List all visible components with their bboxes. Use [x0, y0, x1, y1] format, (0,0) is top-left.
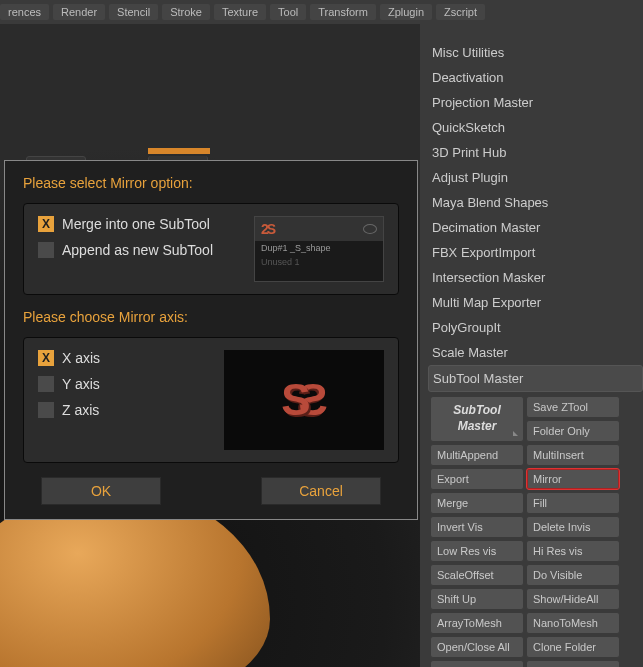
axis-y-label: Y axis [62, 376, 100, 392]
zplugin-item-adjust-plugin[interactable]: Adjust Plugin [428, 165, 643, 190]
checkbox-icon [38, 376, 54, 392]
low-res-vis-button[interactable]: Low Res vis [430, 540, 524, 562]
checkbox-icon [38, 242, 54, 258]
option-merge[interactable]: X Merge into one SubTool [38, 216, 242, 232]
zplugin-item-projection-master[interactable]: Projection Master [428, 90, 643, 115]
zplugin-item-misc-utilities[interactable]: Misc Utilities [428, 40, 643, 65]
invert-vis-button[interactable]: Invert Vis [430, 516, 524, 538]
checkbox-icon: X [38, 350, 54, 366]
ok-button[interactable]: OK [41, 477, 161, 505]
multiinsert-button[interactable]: MultiInsert [526, 444, 620, 466]
checkbox-icon: X [38, 216, 54, 232]
mirror-option-box: X Merge into one SubTool Append as new S… [23, 203, 399, 295]
subtool-master-button[interactable]: SubToolMaster [430, 396, 524, 442]
menu-stroke[interactable]: Stroke [162, 4, 210, 20]
mirror-button[interactable]: Mirror [526, 468, 620, 490]
zplugin-item-3d-print-hub[interactable]: 3D Print Hub [428, 140, 643, 165]
checkbox-icon [38, 402, 54, 418]
folder-only-button[interactable]: Folder Only [526, 420, 620, 442]
option-merge-label: Merge into one SubTool [62, 216, 210, 232]
merge-button[interactable]: Merge [430, 492, 524, 514]
nanotomesh-button[interactable]: NanoToMesh [526, 612, 620, 634]
option-append[interactable]: Append as new SubTool [38, 242, 242, 258]
axis-x[interactable]: X X axis [38, 350, 212, 366]
copy-folder-button[interactable]: Copy Folder [430, 660, 524, 667]
mirror-dialog: Please select Mirror option: X Merge int… [4, 160, 418, 520]
arraytomesh-button[interactable]: ArrayToMesh [430, 612, 524, 634]
zplugin-item-multi-map-exporter[interactable]: Multi Map Exporter [428, 290, 643, 315]
export-button[interactable]: Export [430, 468, 524, 490]
dialog-title-1: Please select Mirror option: [23, 175, 399, 191]
show-hideall-button[interactable]: Show/HideAll [526, 588, 620, 610]
preview-thumb-icon: 2S [261, 221, 274, 237]
top-menu-bar: rencesRenderStencilStrokeTextureToolTran… [0, 0, 643, 25]
axis-y[interactable]: Y axis [38, 376, 212, 392]
zplugin-menu-list: Misc UtilitiesDeactivationProjection Mas… [428, 40, 643, 392]
shift-up-button[interactable]: Shift Up [430, 588, 524, 610]
menu-rences[interactable]: rences [0, 4, 49, 20]
do-visible-button[interactable]: Do Visible [526, 564, 620, 586]
mirror-axis-box: X X axis Y axis Z axis SS [23, 337, 399, 463]
active-tab-indicator [148, 148, 210, 154]
zplugin-item-deactivation[interactable]: Deactivation [428, 65, 643, 90]
zplugin-panel: Misc UtilitiesDeactivationProjection Mas… [420, 24, 643, 667]
zplugin-item-fbx-exportimport[interactable]: FBX ExportImport [428, 240, 643, 265]
menu-transform[interactable]: Transform [310, 4, 376, 20]
menu-zplugin[interactable]: Zplugin [380, 4, 432, 20]
zplugin-item-polygroupit[interactable]: PolyGroupIt [428, 315, 643, 340]
menu-render[interactable]: Render [53, 4, 105, 20]
axis-z-label: Z axis [62, 402, 99, 418]
axis-x-label: X axis [62, 350, 100, 366]
multiappend-button[interactable]: MultiAppend [430, 444, 524, 466]
eye-icon[interactable] [363, 224, 377, 234]
menu-texture[interactable]: Texture [214, 4, 266, 20]
zplugin-item-maya-blend-shapes[interactable]: Maya Blend Shapes [428, 190, 643, 215]
menu-zscript[interactable]: Zscript [436, 4, 485, 20]
zplugin-item-scale-master[interactable]: Scale Master [428, 340, 643, 365]
open-close-all-button[interactable]: Open/Close All [430, 636, 524, 658]
mirror-glyph-icon: SS [281, 375, 328, 425]
toggle-top-st-button[interactable]: Toggle Top ST [526, 660, 620, 667]
dialog-title-2: Please choose Mirror axis: [23, 309, 399, 325]
menu-tool[interactable]: Tool [270, 4, 306, 20]
zplugin-item-decimation-master[interactable]: Decimation Master [428, 215, 643, 240]
subtool-preview: 2S Dup#1 _S_shape Unused 1 [254, 216, 384, 282]
subtool-master-grid: SubToolMasterSave ZToolFolder OnlyMultiA… [430, 396, 643, 667]
axis-z[interactable]: Z axis [38, 402, 212, 418]
cancel-button[interactable]: Cancel [261, 477, 381, 505]
zplugin-item-quicksketch[interactable]: QuickSketch [428, 115, 643, 140]
clone-folder-button[interactable]: Clone Folder [526, 636, 620, 658]
scaleoffset-button[interactable]: ScaleOffset [430, 564, 524, 586]
preview-sub: Unused 1 [255, 255, 383, 269]
preview-name: Dup#1 _S_shape [255, 241, 383, 255]
zplugin-item-subtool-master[interactable]: SubTool Master [428, 365, 643, 392]
menu-stencil[interactable]: Stencil [109, 4, 158, 20]
save-ztool-button[interactable]: Save ZTool [526, 396, 620, 418]
option-append-label: Append as new SubTool [62, 242, 213, 258]
hi-res-vis-button[interactable]: Hi Res vis [526, 540, 620, 562]
axis-preview: SS [224, 350, 384, 450]
zplugin-item-intersection-masker[interactable]: Intersection Masker [428, 265, 643, 290]
delete-invis-button[interactable]: Delete Invis [526, 516, 620, 538]
fill-button[interactable]: Fill [526, 492, 620, 514]
